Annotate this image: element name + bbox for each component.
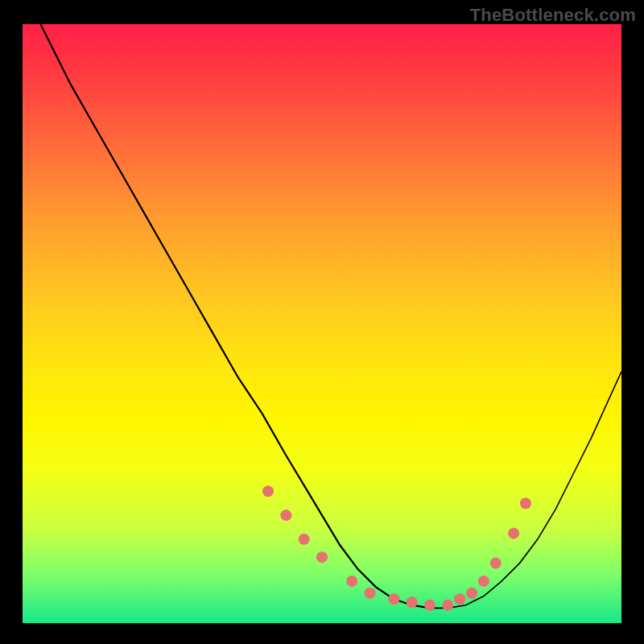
highlight-dots: [262, 485, 531, 610]
data-point: [299, 534, 310, 545]
chart-frame: TheBottleneck.com: [0, 0, 644, 644]
curve-layer: [23, 24, 621, 623]
curve-right: [430, 372, 621, 609]
data-point: [280, 510, 291, 521]
data-point: [388, 593, 399, 605]
bottleneck-curve: [40, 24, 621, 608]
data-point: [520, 497, 531, 509]
data-point: [442, 600, 453, 611]
data-point: [262, 485, 274, 497]
data-point: [346, 576, 357, 587]
curve-left: [40, 24, 430, 608]
data-point: [466, 588, 477, 599]
data-point: [424, 600, 436, 611]
watermark-text: TheBottleneck.com: [470, 5, 636, 26]
data-point: [478, 576, 489, 587]
data-point: [508, 527, 519, 539]
plot-area: [23, 24, 621, 623]
data-point: [365, 588, 376, 599]
data-point: [316, 551, 328, 563]
data-point: [407, 597, 418, 608]
data-point: [490, 558, 502, 569]
data-point: [454, 593, 465, 605]
